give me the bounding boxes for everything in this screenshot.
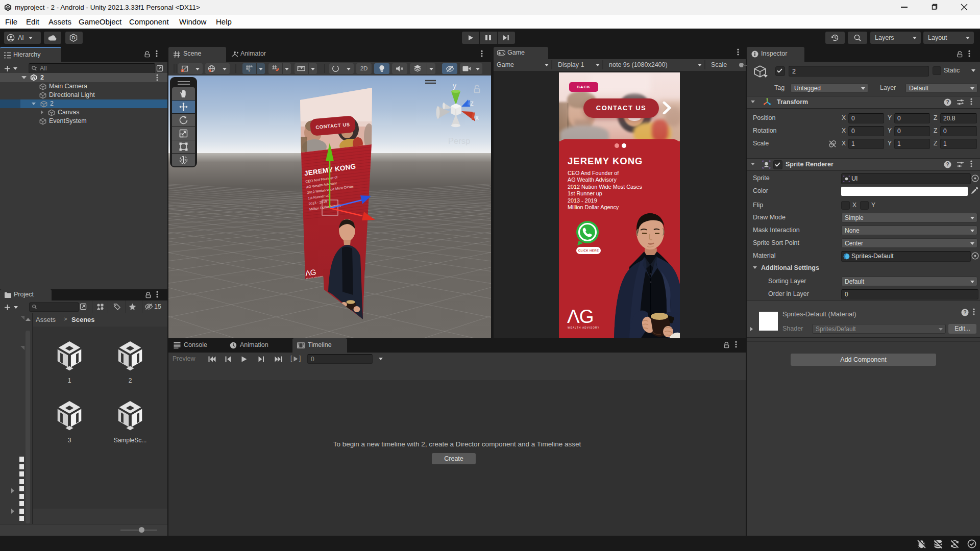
svg-text:Y: Y xyxy=(248,68,250,72)
svg-text:?: ? xyxy=(963,310,966,315)
svg-text:y: y xyxy=(453,82,456,90)
svg-text:?: ? xyxy=(946,99,949,105)
svg-text:Persp: Persp xyxy=(448,136,470,145)
svg-text:D: D xyxy=(72,35,76,40)
svg-text:x: x xyxy=(475,113,479,121)
svg-text:?: ? xyxy=(946,162,949,167)
svg-text:z: z xyxy=(470,99,474,107)
